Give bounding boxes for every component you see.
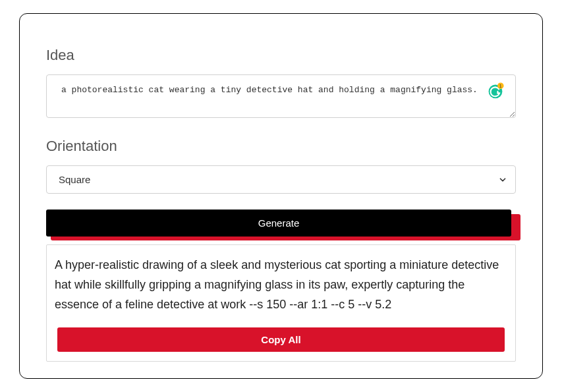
- idea-input-wrap: 1: [46, 74, 516, 121]
- copy-all-button[interactable]: Copy All: [57, 327, 505, 352]
- orientation-label: Orientation: [46, 138, 516, 155]
- output-text: A hyper-realistic drawing of a sleek and…: [55, 256, 507, 314]
- idea-input[interactable]: [46, 74, 516, 118]
- orientation-select[interactable]: Square: [46, 165, 516, 194]
- idea-label: Idea: [46, 47, 516, 64]
- output-panel: A hyper-realistic drawing of a sleek and…: [46, 244, 516, 362]
- prompt-generator-card: Idea 1 Orientation Square Generate A hyp…: [19, 13, 543, 379]
- generate-button[interactable]: Generate: [46, 210, 511, 237]
- orientation-select-wrap: Square: [46, 165, 516, 194]
- generate-button-wrap: Generate: [46, 210, 516, 237]
